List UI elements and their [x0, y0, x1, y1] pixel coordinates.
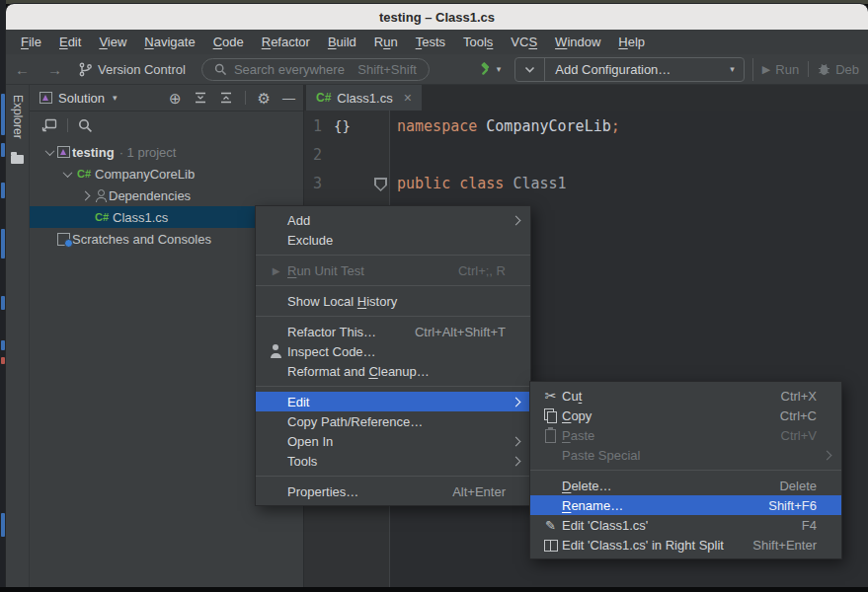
submenu-item-paste-special[interactable]: Paste Special: [530, 445, 841, 465]
separator: [256, 476, 530, 477]
submenu-item-edit-class1-cs-in-right-split[interactable]: Edit 'Class1.cs' in Right Split Shift+En…: [530, 535, 841, 555]
context-menu-item-run-unit-test[interactable]: Run Unit Test Ctrl+;, R: [256, 260, 530, 280]
forward-icon[interactable]: →: [39, 61, 71, 78]
menubar-item-refactor[interactable]: Refactor: [253, 30, 319, 54]
configuration-label: Add Configuration…: [545, 62, 721, 77]
shortcut-label: Ctrl+Alt+Shift+T: [415, 325, 506, 339]
menubar-item-build[interactable]: Build: [319, 30, 365, 54]
menubar-item-navigate[interactable]: Navigate: [135, 30, 203, 54]
submenu-item-delete[interactable]: Delete… Delete: [530, 476, 841, 495]
close-icon[interactable]: ×: [404, 90, 412, 106]
context-menu-item-inspect-code[interactable]: Inspect Code…: [256, 341, 530, 361]
explorer-stripe-button[interactable]: Explorer: [11, 95, 25, 139]
context-menu-item-open-in[interactable]: Open In: [256, 431, 530, 451]
pencil-icon: [539, 517, 562, 533]
run-icon: ▶: [762, 63, 770, 76]
braces-gutter-icon[interactable]: {}: [334, 112, 351, 141]
menubar-item-view[interactable]: View: [90, 30, 135, 54]
dropdown-arrow-icon: ▾: [721, 64, 744, 74]
build-button[interactable]: ▾: [477, 61, 502, 77]
context-menu: Add Exclude Run Unit Test Ctrl+;, R Show…: [255, 205, 531, 506]
shortcut-label: Alt+Enter: [452, 484, 506, 499]
sliver-mark: [1, 143, 5, 157]
submenu-item-cut[interactable]: Cut Ctrl+X: [530, 386, 841, 406]
run-configuration-select[interactable]: Add Configuration… ▾: [514, 57, 745, 82]
menubar-item-window[interactable]: Window: [546, 30, 609, 54]
solution-view-selector[interactable]: Solution: [58, 91, 105, 106]
run-debug-group: ▶ Run Deb: [752, 58, 868, 81]
tree-item-dependencies[interactable]: Dependencies: [30, 185, 303, 206]
tree-chevron-icon[interactable]: [77, 192, 93, 199]
submenu-arrow-icon: [512, 397, 521, 407]
chevron-down-icon[interactable]: ▾: [497, 64, 502, 74]
menubar-item-edit[interactable]: Edit: [50, 30, 90, 54]
shortcut-label: Ctrl+X: [781, 389, 817, 404]
shortcut-label: Delete: [779, 479, 817, 493]
editor-tab-bar: C# Class1.cs ×: [304, 85, 868, 111]
csharp-file-icon: [93, 210, 111, 224]
code-line[interactable]: 1 {} namespace CompanyCoreLib;: [304, 112, 868, 141]
version-control-label: Version Control: [98, 62, 186, 77]
collapse-all-icon[interactable]: [219, 91, 233, 105]
context-menu-item-copy-path-reference[interactable]: Copy Path/Reference…: [256, 411, 530, 431]
hammer-icon: [477, 61, 493, 77]
solution-icon: [57, 146, 70, 158]
menu-bar: File Edit View Navigate Code Refactor Bu…: [6, 30, 868, 54]
version-control-button[interactable]: Version Control: [79, 62, 186, 77]
tree-item-companycorelib[interactable]: CompanyCoreLib: [30, 163, 303, 185]
run-button[interactable]: ▶ Run: [753, 62, 808, 77]
hide-panel-icon[interactable]: —: [282, 91, 295, 106]
menubar-item-help[interactable]: Help: [609, 30, 654, 54]
run-icon: [265, 262, 287, 278]
code-text: public class Class1: [397, 170, 567, 198]
menubar-item-file[interactable]: File: [12, 30, 50, 54]
tree-chevron-icon[interactable]: [59, 171, 75, 178]
menubar-item-code[interactable]: Code: [204, 30, 253, 54]
expand-all-icon[interactable]: [194, 91, 207, 105]
submenu-item-edit-class1-cs[interactable]: Edit 'Class1.cs' F4: [530, 515, 841, 535]
context-menu-item-tools[interactable]: Tools: [256, 451, 530, 471]
context-menu-item-add[interactable]: Add: [256, 210, 530, 230]
menubar-item-tools[interactable]: Tools: [454, 30, 502, 54]
context-menu-item-reformat-and-cleanup[interactable]: Reformat and Cleanup…: [256, 361, 530, 381]
fold-marker-icon[interactable]: [374, 178, 387, 191]
title-bar[interactable]: testing – Class1.cs: [6, 4, 868, 30]
locate-file-icon[interactable]: ⊕: [169, 91, 182, 106]
submenu-item-paste[interactable]: Paste Ctrl+V: [530, 425, 841, 445]
context-menu-item-show-local-history[interactable]: Show Local History: [256, 291, 530, 311]
separator: [256, 386, 530, 387]
toolbar-right-group: ▾ Add Configuration… ▾ ▶ Run: [477, 54, 868, 84]
search-everywhere-input[interactable]: Search everywhere Shift+Shift: [201, 58, 430, 81]
debug-button[interactable]: Deb: [809, 62, 868, 77]
menubar-item-run[interactable]: Run: [365, 30, 407, 54]
folder-icon[interactable]: [11, 155, 24, 164]
shortcut-label: F4: [802, 518, 817, 533]
code-line[interactable]: 3 public class Class1: [304, 170, 868, 198]
copy-icon: [539, 407, 562, 423]
context-menu-item-exclude[interactable]: Exclude: [256, 230, 530, 250]
submenu-item-copy[interactable]: Copy Ctrl+C: [530, 406, 841, 425]
context-menu-item-properties[interactable]: Properties… Alt+Enter: [256, 481, 530, 501]
submenu-item-rename[interactable]: Rename… Shift+F6: [530, 495, 841, 515]
split-icon: [539, 537, 562, 553]
shortcut-label: Ctrl+;, R: [458, 263, 506, 278]
sliver-mark: [1, 357, 5, 364]
context-menu-item-refactor-this[interactable]: Refactor This… Ctrl+Alt+Shift+T: [256, 322, 530, 341]
csharp-project-icon: [75, 167, 93, 181]
chevron-down-icon[interactable]: ▾: [113, 93, 118, 103]
gear-icon[interactable]: ⚙: [258, 91, 271, 106]
tree-chevron-icon[interactable]: [41, 149, 57, 156]
chevron-down-icon[interactable]: [515, 58, 545, 81]
select-opened-file-icon[interactable]: [41, 118, 57, 132]
code-line[interactable]: 2: [304, 141, 868, 170]
separator: [256, 255, 530, 256]
context-menu-item-edit[interactable]: Edit: [256, 392, 530, 411]
tab-label: Class1.cs: [337, 91, 392, 106]
tree-item-testing[interactable]: testing · 1 project: [30, 141, 303, 163]
editor-tab-class1[interactable]: C# Class1.cs ×: [306, 85, 422, 111]
back-icon[interactable]: ←: [6, 61, 39, 78]
menubar-item-tests[interactable]: Tests: [407, 30, 454, 54]
menubar-item-vcs[interactable]: VCS: [502, 30, 546, 54]
search-icon[interactable]: [78, 118, 93, 133]
solution-icon: [39, 92, 52, 104]
